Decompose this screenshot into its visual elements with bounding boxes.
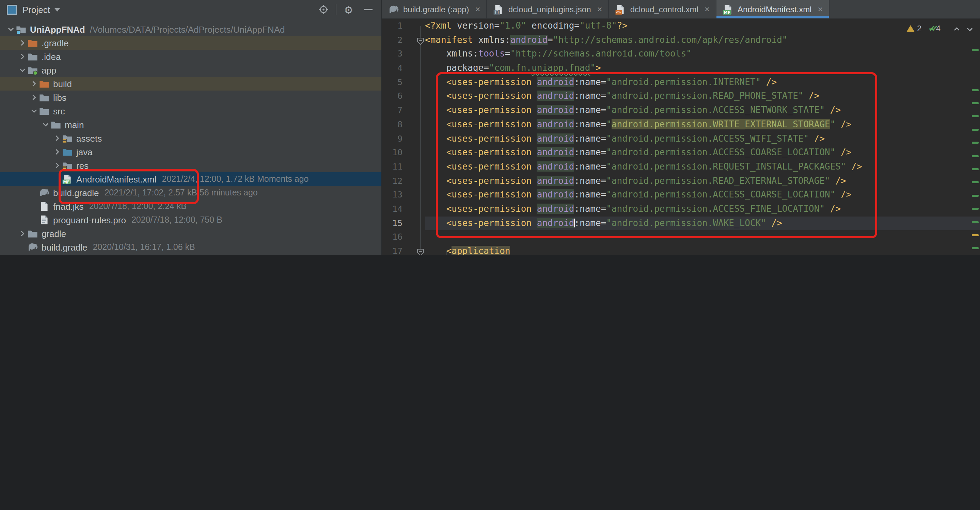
line-number: 2 — [382, 33, 402, 47]
inspection-widget[interactable]: 2 ✔✔ 4 — [906, 22, 973, 35]
code-line-5[interactable]: 5 <uses-permission android:name="android… — [382, 76, 980, 89]
tab-dcloud-uniplugins-json[interactable]: {}dcloud_uniplugins.json× — [487, 0, 609, 18]
tree-item-label: src — [53, 106, 65, 116]
code-line-16[interactable]: 16 — [382, 230, 980, 245]
chevron-right-icon[interactable] — [52, 160, 62, 171]
stripe-change-mark[interactable] — [972, 49, 978, 51]
code-text: <application — [425, 245, 980, 255]
tree-item-androidmanifest-xml[interactable]: MFAndroidManifest.xml2021/2/4, 12:00, 1.… — [0, 172, 381, 186]
code-text: <uses-permission android:name="android.p… — [425, 132, 980, 146]
tree-item-res[interactable]: res — [0, 159, 381, 172]
code-line-14[interactable]: 14 <uses-permission android:name="androi… — [382, 202, 980, 216]
chevron-right-icon[interactable] — [52, 133, 62, 144]
close-icon[interactable]: × — [475, 5, 480, 14]
code-line-9[interactable]: 9 <uses-permission android:name="android… — [382, 132, 980, 146]
tree-item-uniappfnad[interactable]: UniAppFNAd/Volumes/DATA/Projects/AdProje… — [0, 22, 381, 36]
code-line-6[interactable]: 6 <uses-permission android:name="android… — [382, 89, 980, 103]
tab-dcloud-control-xml[interactable]: <>dcloud_control.xml× — [609, 0, 716, 18]
tree-item-build-gradle[interactable]: build.gradle2021/2/1, 17:02, 2.57 kB 56 … — [0, 186, 381, 200]
editor-area: build.gradle (:app)×{}dcloud_uniplugins.… — [382, 0, 980, 255]
stripe-change-mark[interactable] — [972, 221, 978, 223]
line-number: 10 — [382, 146, 402, 160]
stripe-change-mark[interactable] — [972, 208, 978, 210]
code-line-15[interactable]: 15 <uses-permission android:name="androi… — [382, 216, 980, 230]
tree-item-src[interactable]: src — [0, 104, 381, 118]
stripe-change-mark[interactable] — [972, 115, 978, 118]
code-line-2[interactable]: 2<manifest xmlns:android="http://schemas… — [382, 33, 980, 47]
stripe-warning-mark[interactable] — [972, 234, 978, 236]
chevron-right-icon[interactable] — [29, 78, 39, 89]
tree-item-java[interactable]: java — [0, 145, 381, 159]
error-stripe[interactable] — [970, 19, 980, 255]
tree-item-build[interactable]: build — [0, 77, 381, 91]
line-number: 3 — [382, 47, 402, 61]
stripe-change-mark[interactable] — [972, 248, 978, 249]
chevron-down-icon[interactable] — [55, 8, 60, 11]
chevron-down-icon[interactable] — [40, 119, 50, 130]
close-icon[interactable]: × — [597, 5, 602, 14]
tab-build-gradle-app-[interactable]: build.gradle (:app)× — [382, 0, 487, 18]
fold-start-icon[interactable] — [417, 33, 425, 47]
line-number: 16 — [382, 230, 402, 245]
close-icon[interactable]: × — [818, 5, 822, 14]
code-editor[interactable]: 1<?xml version="1.0" encoding="utf-8"?>2… — [382, 19, 980, 255]
tab-androidmanifest-xml[interactable]: MFAndroidManifest.xml× — [716, 0, 830, 18]
chevron-down-icon[interactable] — [29, 106, 39, 116]
chevron-right-icon[interactable] — [52, 146, 62, 157]
stripe-change-mark[interactable] — [972, 155, 978, 157]
code-line-11[interactable]: 11 <uses-permission android:name="androi… — [382, 160, 980, 174]
code-text: <uses-permission android:name="android.p… — [425, 89, 980, 103]
stripe-change-mark[interactable] — [972, 102, 978, 104]
stripe-change-mark[interactable] — [972, 195, 978, 197]
tree-item-libs[interactable]: libs — [0, 91, 381, 104]
line-number: 5 — [382, 76, 402, 89]
tree-item--idea[interactable]: .idea — [0, 50, 381, 64]
warning-count: 2 — [917, 24, 921, 33]
stripe-change-mark[interactable] — [972, 181, 978, 184]
tree-item-gradle[interactable]: gradle — [0, 227, 381, 240]
code-line-1[interactable]: 1<?xml version="1.0" encoding="utf-8"?> — [382, 19, 980, 33]
prev-issue-chevron-up-icon[interactable] — [953, 25, 960, 32]
tree-item-app[interactable]: app — [0, 64, 381, 77]
tree-item-fnad-jks[interactable]: fnad.jks2020/7/18, 12:00, 2.24 kB — [0, 200, 381, 213]
code-line-4[interactable]: 4 package="com.fn.uniapp.fnad"> — [382, 61, 980, 75]
ok-count: 4 — [936, 24, 940, 33]
tree-item-main[interactable]: main — [0, 118, 381, 132]
code-line-17[interactable]: 17 <application — [382, 245, 980, 255]
chevron-right-icon[interactable] — [17, 228, 27, 239]
code-line-13[interactable]: 13 <uses-permission android:name="androi… — [382, 188, 980, 202]
hide-panel-icon[interactable] — [362, 3, 374, 16]
folder-icon — [39, 92, 50, 103]
code-line-12[interactable]: 12 <uses-permission android:name="androi… — [382, 174, 980, 188]
next-issue-chevron-down-icon[interactable] — [966, 25, 973, 32]
stripe-change-mark[interactable] — [972, 89, 978, 91]
code-line-10[interactable]: 10 <uses-permission android:name="androi… — [382, 146, 980, 160]
folder-icon — [50, 119, 61, 130]
stripe-change-mark[interactable] — [972, 129, 978, 131]
tree-item-proguard-rules-pro[interactable]: proguard-rules.pro2020/7/18, 12:00, 750 … — [0, 213, 381, 227]
line-number: 9 — [382, 132, 402, 146]
code-line-8[interactable]: 8 <uses-permission android:name="android… — [382, 118, 980, 132]
tree-item--gradle[interactable]: .gradle — [0, 36, 381, 50]
tree-item-build-gradle[interactable]: build.gradle2020/10/31, 16:17, 1.06 kB — [0, 240, 381, 254]
code-line-3[interactable]: 3 xmlns:tools="http://schemas.android.co… — [382, 47, 980, 61]
stripe-change-mark[interactable] — [972, 168, 978, 170]
tree-item-label: libs — [53, 92, 67, 102]
file-text-icon — [39, 214, 50, 226]
warning-triangle-icon — [906, 25, 914, 32]
chevron-right-icon[interactable] — [17, 51, 27, 62]
close-icon[interactable]: × — [705, 5, 710, 14]
chevron-down-icon[interactable] — [5, 24, 16, 35]
tree-item-gradle-properties[interactable]: gradle.properties2020/11/6, 16:28, 897 B — [0, 254, 381, 255]
tree-item-assets[interactable]: assets — [0, 132, 381, 145]
stripe-change-mark[interactable] — [972, 141, 978, 144]
chevron-right-icon[interactable] — [17, 37, 27, 48]
locate-icon[interactable] — [317, 3, 329, 16]
svg-text:MF: MF — [724, 10, 730, 14]
gear-icon[interactable]: ⚙ — [342, 3, 355, 16]
chevron-down-icon[interactable] — [17, 65, 27, 76]
fold-start-icon[interactable] — [417, 245, 425, 255]
code-line-7[interactable]: 7 <uses-permission android:name="android… — [382, 103, 980, 118]
project-path: /Volumes/DATA/Projects/AdProjects/UniApp… — [90, 24, 285, 34]
chevron-right-icon[interactable] — [29, 92, 39, 103]
